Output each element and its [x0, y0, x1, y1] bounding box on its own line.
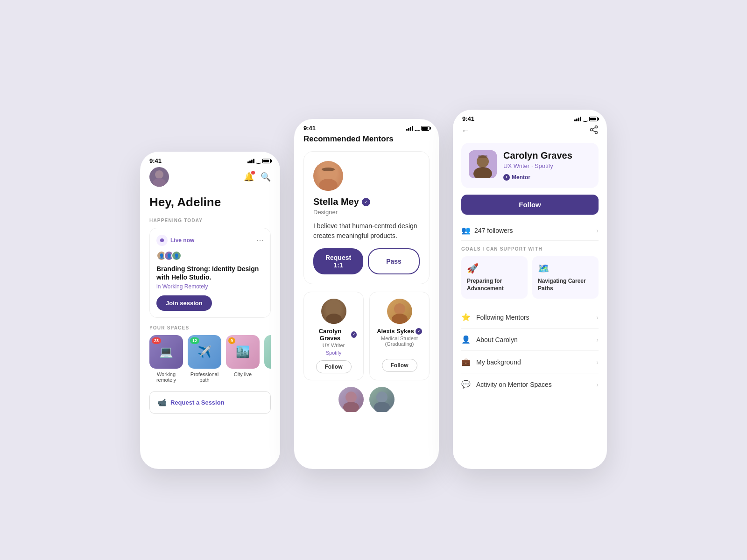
following-mentors-chevron: › — [596, 314, 599, 321]
svg-point-6 — [326, 314, 342, 324]
featured-mentor-avatar — [313, 161, 343, 191]
back-button[interactable]: ← — [461, 126, 470, 136]
request-session-button[interactable]: 📹 Request a Session — [149, 391, 271, 414]
join-session-button[interactable]: Join session — [156, 295, 212, 311]
profile-role-text: UX Writer · — [503, 162, 535, 169]
more-mentor-2[interactable] — [369, 387, 395, 412]
user-avatar[interactable] — [149, 167, 169, 187]
live-dot — [156, 235, 168, 246]
status-bar-2: 9:41 ‿ — [294, 119, 439, 134]
goal-card-career-paths[interactable]: 🗺️ Navigating Career Paths — [532, 256, 599, 299]
alexis-name-row: Alexis Sykes ✓ — [377, 328, 422, 335]
svg-point-7 — [394, 303, 405, 315]
spaces-row: 23 💻 Workingremotely 12 ✈️ Professionalp… — [149, 335, 271, 383]
live-now-text: Live now — [170, 237, 194, 244]
follow-alexis-button[interactable]: Follow — [382, 359, 417, 372]
featured-mentor-name-row: Stella Mey ✓ — [313, 196, 420, 207]
profile-company: Spotify — [535, 162, 553, 169]
menu-item-background[interactable]: 💼 My background › — [461, 351, 599, 373]
map-icon: 🗺️ — [538, 263, 593, 274]
background-icon: 💼 — [461, 357, 471, 366]
space-img-professional: 12 ✈️ — [188, 335, 221, 369]
menu-item-activity[interactable]: 💬 Activity on Mentor Spaces › — [461, 373, 599, 395]
followers-row[interactable]: 👥 247 followers › — [461, 220, 599, 241]
carolyn-verified: ✓ — [351, 331, 357, 338]
profile-role: UX Writer · Spotify — [503, 162, 591, 169]
notification-button[interactable]: 🔔 — [244, 172, 254, 182]
mentor-tag-label: Mentor — [512, 174, 530, 181]
followers-icon: 👥 — [461, 226, 471, 235]
followers-count: 247 followers — [474, 227, 513, 234]
followers-chevron: › — [596, 227, 599, 234]
recommended-mentors-title: Recommended Mentors — [303, 134, 430, 144]
session-card: Live now ⋯ 👤 👤 👤 Branding Strong: Identi… — [149, 228, 271, 318]
back-share-row: ← — [461, 125, 599, 136]
carolyn-company: Spotify — [326, 350, 342, 356]
notification-dot — [251, 171, 255, 175]
mentor-cards-row: Carolyn Graves ✓ UX Writer Spotify Follo… — [303, 292, 430, 380]
alexis-role: Medical Student(Graduating) — [381, 336, 418, 347]
followers-left: 👥 247 followers — [461, 226, 513, 235]
alexis-name: Alexis Sykes — [377, 328, 414, 335]
featured-mentor-name: Stella Mey — [313, 196, 359, 207]
alexis-avatar — [387, 299, 412, 324]
following-mentors-label: Following Mentors — [476, 314, 591, 321]
wifi-icon-2: ‿ — [415, 125, 419, 131]
space-professional-path[interactable]: 12 ✈️ Professionalpath — [188, 335, 221, 383]
about-chevron: › — [596, 336, 599, 343]
carolyn-avatar — [321, 299, 346, 324]
svg-point-9 — [345, 392, 357, 403]
time-1: 9:41 — [149, 157, 162, 164]
request-1on1-button[interactable]: Request 1:1 — [313, 248, 363, 274]
status-icons-2: ‿ — [406, 125, 430, 131]
space-img-city: 9 🏙️ — [226, 335, 260, 369]
status-icons-1: ‿ — [247, 158, 271, 164]
activity-icon: 💬 — [461, 380, 471, 389]
battery-icon-1 — [262, 159, 271, 163]
signal-icon-3 — [574, 117, 581, 121]
about-label: About Carolyn — [476, 336, 591, 343]
live-badge: Live now ⋯ — [156, 235, 264, 246]
session-title: Branding Strong: Identity Design with He… — [156, 265, 264, 281]
menu-item-about[interactable]: 👤 About Carolyn › — [461, 329, 599, 351]
greeting-text: Hey, Adeline — [149, 195, 271, 210]
goals-section-label: GOALS I CAN SUPPORT WITH — [461, 246, 599, 252]
session-space: in Working Remotely — [156, 283, 264, 290]
time-2: 9:41 — [303, 125, 316, 132]
more-mentor-1[interactable] — [338, 387, 364, 412]
svg-point-4 — [322, 168, 335, 171]
share-button[interactable]: ⋯ — [256, 236, 264, 245]
space-label-3: City live — [234, 371, 252, 377]
following-mentors-icon: ⭐ — [461, 313, 471, 322]
share-profile-button[interactable] — [589, 125, 599, 136]
svg-point-12 — [374, 402, 390, 412]
featured-mentor-bio: I believe that human-centred design crea… — [313, 221, 420, 241]
rocket-icon: 🚀 — [467, 263, 522, 274]
carolyn-role: UX Writer — [323, 343, 345, 348]
follow-carolyn-button[interactable]: Follow — [316, 360, 352, 373]
space-label-1: Workingremotely — [156, 371, 176, 383]
svg-point-1 — [153, 178, 166, 187]
space-city-live[interactable]: 9 🏙️ City live — [226, 335, 260, 383]
phone2: 9:41 ‿ Recommended Mentors — [294, 119, 439, 469]
background-label: My background — [476, 358, 591, 366]
wifi-icon-3: ‿ — [583, 116, 587, 122]
space-img-working: 23 💻 — [149, 335, 183, 369]
profile-avatar — [469, 150, 497, 178]
your-spaces-label: YOUR SPACES — [149, 325, 271, 330]
pass-button[interactable]: Pass — [368, 248, 420, 274]
follow-profile-button[interactable]: Follow — [461, 195, 599, 215]
alexis-verified: ✓ — [416, 328, 422, 335]
goal-card-advancement[interactable]: 🚀 Preparing for Advancement — [461, 256, 528, 299]
battery-icon-3 — [589, 117, 598, 121]
request-session-label: Request a Session — [170, 399, 225, 406]
space-more[interactable]: 🎨 Ma... — [264, 335, 271, 383]
menu-item-following-mentors[interactable]: ⭐ Following Mentors › — [461, 306, 599, 329]
mentor-card-alexis: Alexis Sykes ✓ Medical Student(Graduatin… — [369, 292, 430, 380]
search-button[interactable]: 🔍 — [261, 172, 271, 182]
svg-point-15 — [595, 132, 598, 134]
space-working-remotely[interactable]: 23 💻 Workingremotely — [149, 335, 183, 383]
signal-icon-2 — [406, 126, 413, 131]
activity-label: Activity on Mentor Spaces — [476, 381, 591, 388]
wifi-icon-1: ‿ — [256, 158, 261, 164]
